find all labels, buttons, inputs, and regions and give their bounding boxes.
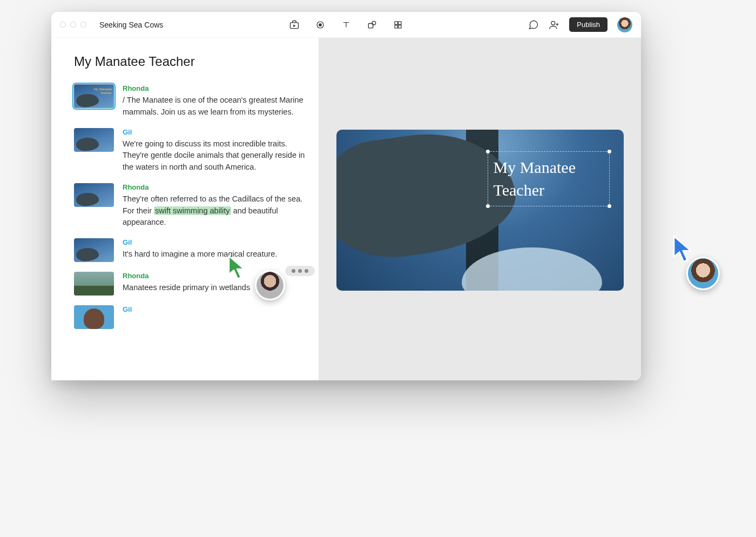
svg-rect-8: [395, 25, 397, 28]
slide-thumbnail[interactable]: [74, 305, 114, 329]
svg-rect-9: [399, 25, 401, 28]
slide-title-line: Teacher: [494, 181, 544, 199]
script-text[interactable]: / The Manatee is one of the ocean's grea…: [123, 95, 307, 118]
media-icon[interactable]: [289, 19, 300, 30]
zoom-window[interactable]: [80, 22, 86, 28]
slide-thumbnail[interactable]: [74, 183, 114, 207]
speaker-label: Rhonda: [123, 272, 307, 280]
app-window: Seeking Sea Cows: [51, 12, 641, 380]
script-text[interactable]: It's hard to imagine a more magical crea…: [123, 249, 307, 260]
script-text[interactable]: We're going to discuss its most incredib…: [123, 138, 307, 173]
titlebar: Seeking Sea Cows: [51, 12, 641, 38]
shapes-icon[interactable]: [367, 19, 377, 30]
script-row[interactable]: Gil It's hard to imagine a more magical …: [74, 238, 307, 262]
toolbar-right: Publish: [528, 17, 632, 32]
slide-thumbnail[interactable]: [74, 272, 114, 296]
toolbar-center: [289, 19, 403, 30]
slide-title-line: My Manatee: [494, 158, 576, 176]
chat-icon[interactable]: [528, 19, 539, 30]
text-icon[interactable]: [341, 19, 352, 30]
svg-marker-1: [293, 24, 295, 27]
slide-thumbnail[interactable]: [74, 238, 114, 262]
canvas-panel: My Manatee Teacher: [319, 38, 641, 380]
close-window[interactable]: [60, 22, 66, 28]
script-row[interactable]: Gil We're going to discuss its most incr…: [74, 128, 307, 173]
speaker-label: Gil: [123, 128, 307, 136]
page-title: My Manatee Teacher: [74, 54, 307, 69]
speaker-label: Gil: [123, 238, 307, 246]
script-panel: My Manatee Teacher My ManateeTeacher Rho…: [51, 38, 319, 380]
layout-icon[interactable]: [393, 19, 403, 30]
slide-thumbnail[interactable]: My ManateeTeacher: [74, 84, 114, 108]
document-title[interactable]: Seeking Sea Cows: [99, 21, 163, 29]
add-person-icon[interactable]: [549, 19, 559, 30]
svg-rect-6: [395, 22, 397, 24]
slide-canvas[interactable]: My Manatee Teacher: [336, 130, 624, 291]
window-controls: [60, 22, 86, 28]
highlighted-text[interactable]: swift swimming ability: [154, 206, 231, 215]
speaker-label: Gil: [123, 305, 307, 313]
svg-point-5: [372, 21, 376, 25]
minimize-window[interactable]: [70, 22, 76, 28]
speaker-label: Rhonda: [123, 84, 307, 92]
script-text[interactable]: Manatees reside primary in wetlands: [123, 282, 307, 294]
svg-point-3: [319, 24, 322, 26]
current-user-avatar[interactable]: [617, 17, 632, 32]
slide-title-text[interactable]: My Manatee Teacher: [488, 152, 609, 206]
svg-point-10: [551, 21, 555, 25]
text-selection-box[interactable]: My Manatee Teacher: [488, 151, 610, 206]
script-row[interactable]: Gil: [74, 305, 307, 329]
publish-button[interactable]: Publish: [569, 17, 608, 32]
slide-thumbnail[interactable]: [74, 128, 114, 152]
content-area: My Manatee Teacher My ManateeTeacher Rho…: [51, 38, 641, 380]
collaborator-avatar-gil: [686, 257, 720, 290]
script-row[interactable]: My ManateeTeacher Rhonda / The Manatee i…: [74, 84, 307, 118]
svg-rect-7: [399, 22, 401, 24]
script-row[interactable]: Rhonda Manatees reside primary in wetlan…: [74, 272, 307, 296]
script-text[interactable]: They're often referred to as the Cadilla…: [123, 193, 307, 229]
record-icon[interactable]: [315, 19, 326, 30]
speaker-label: Rhonda: [123, 183, 307, 191]
script-row[interactable]: Rhonda They're often referred to as the …: [74, 183, 307, 229]
